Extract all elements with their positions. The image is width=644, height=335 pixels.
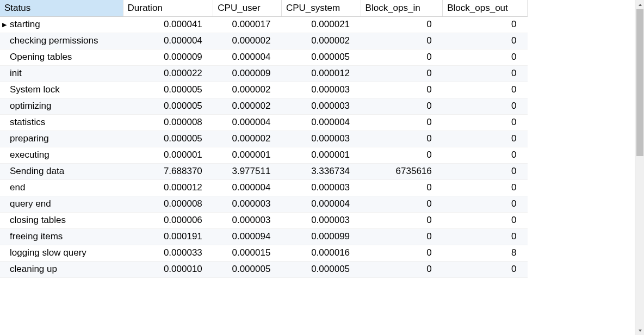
scrollbar-thumb[interactable] <box>636 9 643 156</box>
cell-status[interactable]: closing tables <box>0 212 123 228</box>
cell-block-ops-out[interactable]: 0 <box>443 98 528 114</box>
cell-cpu-system[interactable]: 0.000012 <box>281 65 361 82</box>
vertical-scrollbar[interactable] <box>635 0 644 335</box>
cell-cpu-system[interactable]: 0.000002 <box>281 33 361 49</box>
cell-block-ops-out[interactable]: 0 <box>443 228 528 245</box>
cell-status[interactable]: freeing items <box>0 228 123 245</box>
cell-block-ops-in[interactable]: 0 <box>361 131 443 147</box>
cell-status[interactable]: checking permissions <box>0 33 123 49</box>
cell-duration[interactable]: 0.000033 <box>123 245 213 261</box>
cell-cpu-system[interactable]: 0.000004 <box>281 114 361 131</box>
cell-cpu-user[interactable]: 0.000002 <box>213 33 282 49</box>
scroll-down-arrow-icon[interactable] <box>635 326 644 335</box>
table-row[interactable]: statistics0.0000080.0000040.00000400 <box>0 114 528 131</box>
cell-duration[interactable]: 0.000008 <box>123 196 213 212</box>
table-row[interactable]: query end0.0000080.0000030.00000400 <box>0 196 528 212</box>
cell-block-ops-out[interactable]: 0 <box>443 212 528 228</box>
cell-block-ops-in[interactable]: 0 <box>361 261 443 277</box>
cell-cpu-user[interactable]: 3.977511 <box>213 163 282 179</box>
cell-cpu-system[interactable]: 0.000099 <box>281 228 361 245</box>
table-row[interactable]: init0.0000220.0000090.00001200 <box>0 65 528 82</box>
cell-block-ops-out[interactable]: 0 <box>443 179 528 196</box>
cell-block-ops-in[interactable]: 0 <box>361 98 443 114</box>
cell-block-ops-in[interactable]: 0 <box>361 49 443 65</box>
cell-duration[interactable]: 0.000012 <box>123 179 213 196</box>
cell-block-ops-in[interactable]: 0 <box>361 245 443 261</box>
cell-cpu-system[interactable]: 0.000003 <box>281 179 361 196</box>
cell-duration[interactable]: 0.000008 <box>123 114 213 131</box>
cell-block-ops-out[interactable]: 0 <box>443 196 528 212</box>
cell-block-ops-in[interactable]: 0 <box>361 16 443 33</box>
cell-cpu-system[interactable]: 0.000001 <box>281 147 361 163</box>
cell-status[interactable]: Sending data <box>0 163 123 179</box>
column-header-block-ops-in[interactable]: Block_ops_in <box>361 0 443 16</box>
cell-block-ops-in[interactable]: 0 <box>361 147 443 163</box>
cell-status[interactable]: Opening tables <box>0 49 123 65</box>
cell-cpu-system[interactable]: 0.000003 <box>281 98 361 114</box>
cell-block-ops-in[interactable]: 0 <box>361 33 443 49</box>
column-header-cpu-system[interactable]: CPU_system <box>281 0 361 16</box>
cell-block-ops-in[interactable]: 0 <box>361 114 443 131</box>
column-header-block-ops-out[interactable]: Block_ops_out <box>443 0 528 16</box>
table-row[interactable]: ▶starting0.0000410.0000170.00002100 <box>0 16 528 33</box>
cell-cpu-user[interactable]: 0.000002 <box>213 131 282 147</box>
cell-block-ops-out[interactable]: 0 <box>443 114 528 131</box>
cell-block-ops-out[interactable]: 0 <box>443 261 528 277</box>
cell-block-ops-out[interactable]: 0 <box>443 49 528 65</box>
cell-cpu-system[interactable]: 0.000003 <box>281 131 361 147</box>
cell-duration[interactable]: 0.000005 <box>123 98 213 114</box>
cell-duration[interactable]: 0.000191 <box>123 228 213 245</box>
column-header-duration[interactable]: Duration <box>123 0 213 16</box>
cell-cpu-user[interactable]: 0.000001 <box>213 147 282 163</box>
cell-cpu-user[interactable]: 0.000004 <box>213 49 282 65</box>
cell-cpu-system[interactable]: 0.000003 <box>281 82 361 98</box>
cell-duration[interactable]: 0.000022 <box>123 65 213 82</box>
table-row[interactable]: freeing items0.0001910.0000940.00009900 <box>0 228 528 245</box>
column-header-cpu-user[interactable]: CPU_user <box>213 0 282 16</box>
cell-cpu-system[interactable]: 0.000021 <box>281 16 361 33</box>
cell-block-ops-in[interactable]: 0 <box>361 179 443 196</box>
table-row[interactable]: optimizing0.0000050.0000020.00000300 <box>0 98 528 114</box>
cell-status[interactable]: ▶starting <box>0 16 123 33</box>
cell-cpu-user[interactable]: 0.000002 <box>213 98 282 114</box>
cell-block-ops-in[interactable]: 0 <box>361 82 443 98</box>
cell-status[interactable]: preparing <box>0 131 123 147</box>
table-row[interactable]: checking permissions0.0000040.0000020.00… <box>0 33 528 49</box>
cell-block-ops-out[interactable]: 0 <box>443 16 528 33</box>
cell-block-ops-out[interactable]: 0 <box>443 147 528 163</box>
cell-cpu-system[interactable]: 0.000003 <box>281 212 361 228</box>
table-row[interactable]: logging slow query0.0000330.0000150.0000… <box>0 245 528 261</box>
cell-cpu-user[interactable]: 0.000094 <box>213 228 282 245</box>
table-row[interactable]: System lock0.0000050.0000020.00000300 <box>0 82 528 98</box>
cell-cpu-user[interactable]: 0.000015 <box>213 245 282 261</box>
cell-block-ops-out[interactable]: 8 <box>443 245 528 261</box>
cell-cpu-system[interactable]: 0.000004 <box>281 196 361 212</box>
cell-cpu-user[interactable]: 0.000003 <box>213 196 282 212</box>
cell-block-ops-out[interactable]: 0 <box>443 33 528 49</box>
cell-block-ops-in[interactable]: 6735616 <box>361 163 443 179</box>
cell-duration[interactable]: 0.000010 <box>123 261 213 277</box>
cell-block-ops-in[interactable]: 0 <box>361 212 443 228</box>
table-row[interactable]: end0.0000120.0000040.00000300 <box>0 179 528 196</box>
cell-duration[interactable]: 0.000005 <box>123 131 213 147</box>
cell-status[interactable]: init <box>0 65 123 82</box>
cell-status[interactable]: end <box>0 179 123 196</box>
cell-status[interactable]: cleaning up <box>0 261 123 277</box>
cell-status[interactable]: logging slow query <box>0 245 123 261</box>
cell-status[interactable]: statistics <box>0 114 123 131</box>
column-header-status[interactable]: Status <box>0 0 123 16</box>
cell-status[interactable]: executing <box>0 147 123 163</box>
cell-cpu-user[interactable]: 0.000002 <box>213 82 282 98</box>
cell-cpu-system[interactable]: 0.000005 <box>281 49 361 65</box>
cell-block-ops-out[interactable]: 0 <box>443 82 528 98</box>
table-row[interactable]: executing0.0000010.0000010.00000100 <box>0 147 528 163</box>
cell-cpu-user[interactable]: 0.000017 <box>213 16 282 33</box>
cell-cpu-user[interactable]: 0.000004 <box>213 114 282 131</box>
cell-cpu-system[interactable]: 3.336734 <box>281 163 361 179</box>
cell-cpu-user[interactable]: 0.000005 <box>213 261 282 277</box>
table-row[interactable]: preparing0.0000050.0000020.00000300 <box>0 131 528 147</box>
cell-block-ops-in[interactable]: 0 <box>361 228 443 245</box>
cell-block-ops-out[interactable]: 0 <box>443 163 528 179</box>
cell-cpu-user[interactable]: 0.000004 <box>213 179 282 196</box>
cell-block-ops-out[interactable]: 0 <box>443 65 528 82</box>
